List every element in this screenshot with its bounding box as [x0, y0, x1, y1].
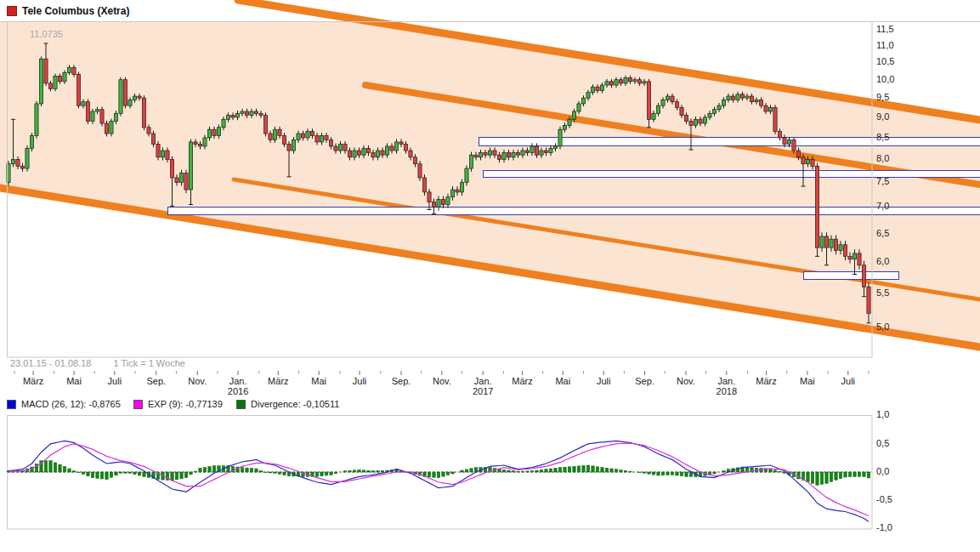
svg-text:11,5: 11,5: [876, 24, 894, 34]
svg-text:10,5: 10,5: [876, 56, 894, 66]
svg-text:8,0: 8,0: [876, 153, 889, 163]
svg-text:Nov.: Nov.: [433, 376, 451, 386]
macd-legend-label: MACD (26, 12): -0,8765: [21, 399, 121, 409]
svg-text:5,0: 5,0: [876, 322, 889, 332]
svg-text:Juli: Juli: [841, 376, 856, 386]
svg-text:Nov.: Nov.: [677, 376, 695, 386]
chart-page: Tele Columbus (Xetra) 11,511,010,510,09,…: [0, 0, 980, 552]
svg-text:Sep.: Sep.: [392, 376, 411, 386]
svg-text:Jan.: Jan.: [474, 376, 492, 386]
svg-text:Juli: Juli: [353, 376, 367, 386]
macd-legend-item-divergence: Divergence: -0,10511: [236, 399, 339, 409]
svg-text:März: März: [23, 376, 43, 386]
svg-text:1,0: 1,0: [876, 409, 889, 419]
svg-text:Jan.: Jan.: [229, 376, 247, 386]
svg-text:Sep.: Sep.: [146, 376, 166, 386]
svg-text:Juli: Juli: [597, 376, 611, 386]
svg-text:Mai: Mai: [311, 376, 326, 386]
date-range-label: 23.01.15 - 01.08.18: [10, 358, 91, 368]
date-range-row: 23.01.15 - 01.08.181 Tick = 1 Woche: [10, 358, 185, 368]
chart-canvas: 11,511,010,510,09,59,08,58,07,57,06,56,0…: [0, 0, 980, 552]
svg-text:2018: 2018: [717, 386, 737, 396]
tick-interval-label: 1 Tick = 1 Woche: [113, 358, 184, 368]
svg-text:9,0: 9,0: [876, 111, 889, 122]
macd-swatch-icon: [7, 400, 16, 409]
svg-text:Mai: Mai: [555, 376, 570, 386]
svg-text:Nov.: Nov.: [188, 376, 207, 386]
svg-text:Jan.: Jan.: [717, 376, 735, 386]
svg-text:8,5: 8,5: [876, 132, 889, 142]
svg-text:0,0: 0,0: [876, 466, 889, 476]
high-price-label: 11,0735: [30, 29, 63, 39]
svg-text:Mai: Mai: [66, 376, 82, 386]
svg-text:März: März: [268, 376, 288, 386]
svg-text:11,0: 11,0: [876, 40, 894, 50]
instrument-marker-icon: [7, 6, 17, 16]
divergence-swatch-icon: [236, 400, 246, 409]
svg-text:2016: 2016: [228, 386, 248, 396]
svg-text:Juli: Juli: [108, 376, 122, 386]
svg-text:6,5: 6,5: [876, 228, 889, 238]
divergence-legend-label: Divergence: -0,10511: [251, 399, 339, 409]
svg-text:März: März: [756, 376, 776, 386]
svg-text:Mai: Mai: [800, 376, 815, 386]
macd-legend-item-exp: EXP (9): -0,77139: [133, 399, 223, 409]
svg-text:7,5: 7,5: [876, 176, 889, 186]
chart-header: Tele Columbus (Xetra): [7, 5, 129, 17]
instrument-title: Tele Columbus (Xetra): [22, 5, 129, 17]
svg-text:-1,0: -1,0: [876, 522, 892, 532]
svg-text:9,5: 9,5: [876, 92, 889, 102]
macd-legend-item-macd: MACD (26, 12): -0,8765: [7, 399, 121, 409]
svg-text:März: März: [512, 376, 532, 386]
svg-text:10,0: 10,0: [876, 74, 894, 84]
svg-text:7,0: 7,0: [876, 201, 889, 211]
exp-swatch-icon: [133, 400, 143, 409]
exp-legend-label: EXP (9): -0,77139: [148, 399, 223, 409]
svg-text:Sep.: Sep.: [635, 376, 654, 386]
svg-text:6,0: 6,0: [876, 256, 889, 266]
svg-text:5,5: 5,5: [876, 287, 889, 298]
svg-text:0,5: 0,5: [876, 438, 889, 448]
svg-text:-0,5: -0,5: [876, 494, 892, 504]
svg-text:2017: 2017: [473, 386, 493, 396]
